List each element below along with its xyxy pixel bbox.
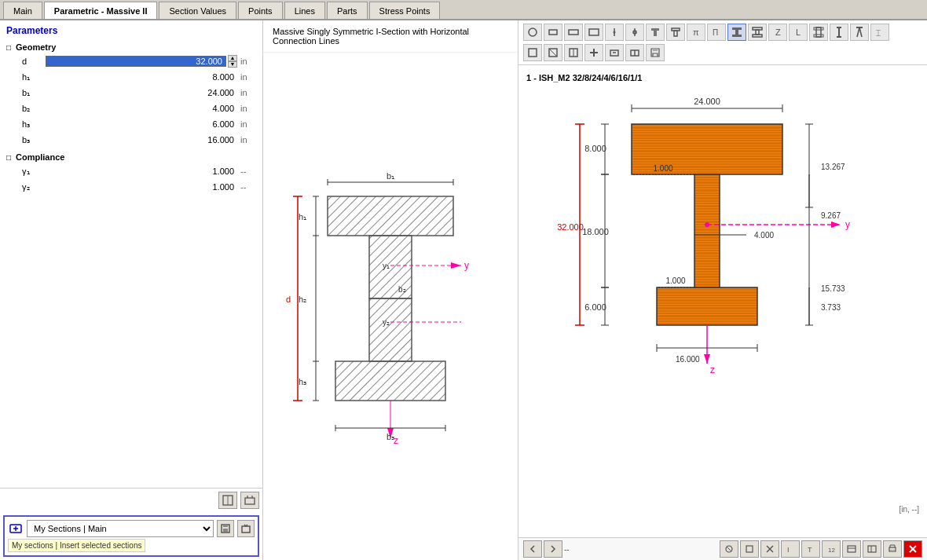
tab-main[interactable]: Main (3, 2, 42, 19)
tb-T-section[interactable] (646, 24, 665, 41)
svg-text:y: y (464, 260, 469, 271)
tb-i-with-dot[interactable] (605, 24, 624, 41)
section-diagram-svg: 24.000 8.000 18.000 32.000 (526, 81, 919, 505)
tab-stress-points[interactable]: Stress Points (369, 2, 441, 19)
main-container: Parameters □ Geometry d 32.000 ▲ ▼ (0, 20, 927, 560)
br-tool5[interactable]: T (801, 540, 820, 558)
svg-text:8.000: 8.000 (584, 144, 606, 153)
compliance-label: Compliance (16, 152, 64, 162)
tb-i6[interactable]: ⌶ (870, 24, 889, 41)
svg-text:b₃: b₃ (387, 432, 394, 441)
my-sections-add-icon[interactable] (8, 521, 24, 536)
tb-i3[interactable] (809, 24, 828, 41)
tb-l[interactable]: L (789, 24, 808, 41)
svg-text:I: I (787, 546, 790, 554)
tb-i4[interactable] (830, 24, 848, 41)
tb-cross[interactable] (625, 24, 644, 41)
svg-text:T: T (808, 546, 812, 554)
tb-T-section2[interactable] (666, 24, 685, 41)
param-y1-label: γ₁ (22, 167, 46, 177)
param-b2-row: b₂ 4.000 in (0, 101, 262, 116)
br-tool7[interactable] (842, 540, 861, 558)
tb-i5[interactable] (850, 24, 869, 41)
left-content: Parameters □ Geometry d 32.000 ▲ ▼ (0, 20, 262, 488)
br-tool8[interactable] (863, 540, 881, 558)
svg-text:⌶: ⌶ (876, 28, 881, 37)
left-tool-icon2[interactable] (240, 492, 259, 509)
param-d-spinners[interactable]: ▲ ▼ (228, 55, 237, 68)
tb-pi2[interactable]: Π (707, 24, 726, 41)
svg-rect-150 (746, 546, 753, 552)
param-b3-value: 16.000 (46, 135, 237, 145)
tb-rect[interactable] (544, 24, 562, 41)
my-sections-save-btn[interactable] (217, 520, 234, 537)
tb-r3[interactable] (564, 44, 583, 61)
tb-circle[interactable] (523, 24, 542, 41)
left-tool-icon1[interactable] (218, 492, 237, 509)
tb-pi[interactable]: π (687, 24, 705, 41)
center-diagram: b₁ h₁ d h₂ (263, 53, 518, 560)
br-close[interactable] (903, 540, 922, 558)
tb-i2[interactable] (748, 24, 767, 41)
tb-r1[interactable] (523, 44, 542, 61)
tb-wide-rect2[interactable] (584, 24, 603, 41)
svg-text:b₁: b₁ (387, 171, 394, 181)
svg-rect-158 (868, 546, 876, 552)
geometry-group-header[interactable]: □ Geometry (0, 41, 262, 53)
param-h3-unit: in (240, 119, 256, 129)
my-sections-select[interactable]: My Sections | Main (27, 520, 214, 537)
left-panel: Parameters □ Geometry d 32.000 ▲ ▼ (0, 20, 263, 560)
tb-r5[interactable] (605, 44, 624, 61)
param-d-unit: in (240, 57, 256, 66)
tab-section-values[interactable]: Section Values (159, 2, 236, 19)
br-print[interactable] (883, 540, 902, 558)
br-tool6[interactable]: 12 (822, 540, 841, 558)
svg-rect-64 (735, 30, 738, 35)
svg-rect-9 (223, 529, 228, 532)
tab-lines[interactable]: Lines (284, 2, 325, 19)
param-h3-label: h₃ (22, 119, 46, 130)
param-d-down[interactable]: ▼ (228, 61, 237, 68)
my-sections-load-btn[interactable] (237, 520, 255, 537)
tb-i-active[interactable] (727, 24, 746, 41)
svg-text:24.000: 24.000 (694, 97, 720, 106)
param-d-up[interactable]: ▲ (228, 55, 237, 61)
svg-rect-99 (657, 287, 757, 325)
br-tool1[interactable] (720, 540, 738, 558)
param-h1-value: 8.000 (46, 72, 237, 82)
right-toolbar: π Π Z L (518, 20, 927, 65)
svg-text:16.000: 16.000 (676, 355, 700, 364)
svg-point-54 (614, 31, 616, 34)
svg-rect-63 (732, 27, 742, 30)
compliance-group-header[interactable]: □ Compliance (0, 151, 262, 163)
tab-points[interactable]: Points (238, 2, 283, 19)
bottom-forward-btn[interactable] (544, 540, 562, 558)
tb-z[interactable]: Z (768, 24, 787, 41)
param-d-value[interactable]: 32.000 (46, 56, 226, 67)
my-sections-hint: My sections | Insert selected sections (8, 539, 145, 552)
bottom-back-btn[interactable] (523, 540, 542, 558)
param-b2-value: 4.000 (46, 104, 237, 113)
right-panel: π Π Z L (518, 20, 927, 560)
br-tool3[interactable] (760, 540, 779, 558)
svg-text:6.000: 6.000 (584, 302, 606, 312)
compliance-section: □ Compliance γ₁ 1.000 -- γ₂ 1.000 -- (0, 149, 262, 196)
svg-point-129 (705, 222, 709, 227)
br-tool4[interactable]: I (781, 540, 800, 558)
svg-text:12: 12 (828, 547, 835, 554)
tb-save-icon[interactable] (646, 44, 665, 61)
tab-parametric[interactable]: Parametric - Massive II (44, 2, 158, 19)
bottom-left-toolbar: -- (523, 540, 570, 558)
svg-text:L: L (796, 27, 801, 37)
svg-rect-161 (890, 550, 895, 551)
tb-r2[interactable] (544, 44, 562, 61)
svg-text:32.000: 32.000 (557, 222, 584, 232)
tb-r4[interactable] (584, 44, 603, 61)
br-tool2[interactable] (740, 540, 759, 558)
bottom-right-toolbar: I T 12 (720, 540, 922, 558)
tab-parts[interactable]: Parts (327, 2, 368, 19)
tb-wide-rect[interactable] (564, 24, 583, 41)
param-b1-label: b₁ (22, 88, 46, 98)
param-b1-unit: in (240, 88, 256, 97)
tb-r6[interactable] (625, 44, 644, 61)
